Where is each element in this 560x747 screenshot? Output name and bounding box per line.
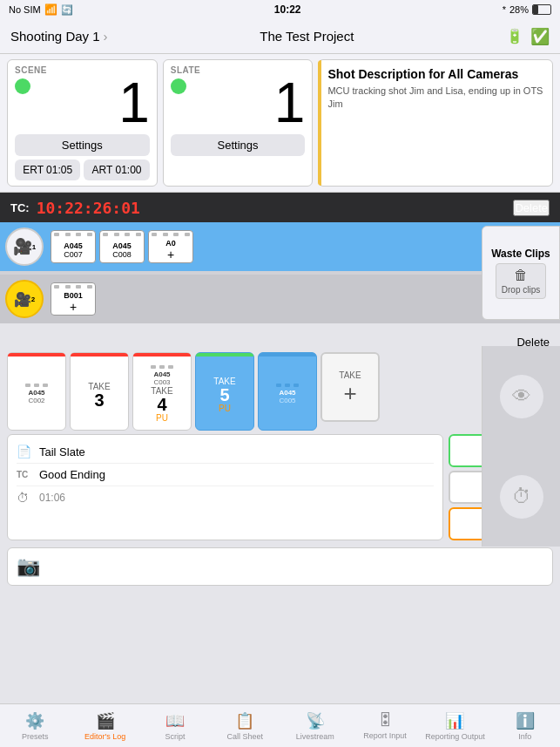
clip-card-a045c008[interactable]: A045 C008 (99, 230, 145, 263)
status-bar: No SIM 📶 🔄 10:22 * 28% (0, 0, 560, 19)
ert-button[interactable]: ERT 01:05 (15, 160, 80, 180)
right-side-panel: 👁 ⏱ (482, 346, 560, 547)
header-right: 🔋 ✅ (506, 27, 550, 46)
script-label: Script (165, 732, 185, 741)
tail-slate-text: Tail Slate (39, 445, 434, 458)
info-row-tail-slate: 📄 Tail Slate (17, 440, 434, 464)
info-icon: ℹ️ (516, 711, 535, 730)
take4-pu: PU (156, 413, 168, 423)
drop-icon: 🗑 (514, 268, 528, 283)
clip-card-a0-add[interactable]: A0 + (148, 230, 193, 263)
project-name: The Test Project (260, 29, 354, 44)
livestream-label: Livestream (296, 732, 334, 741)
camera1-icon[interactable]: 🎥1 (5, 227, 44, 266)
camera2-icon[interactable]: 🎥2 (5, 280, 44, 318)
timer-button[interactable]: ⏱ (500, 475, 543, 519)
script-icon: 📖 (165, 711, 185, 730)
battery-header-icon: 🔋 (506, 28, 523, 44)
nav-script[interactable]: 📖 Script (140, 704, 210, 747)
photo-camera-icon: 📷 (17, 555, 40, 578)
take-item-5-active[interactable]: TAKE 5 PU (195, 352, 254, 431)
cloud-sync-icon: ✅ (530, 27, 550, 46)
add-take-button[interactable]: TAKE + (320, 352, 380, 422)
info-time-value: 01:06 (39, 492, 65, 504)
nav-report-input[interactable]: 🎛 Report Input (350, 704, 420, 747)
editors-log-label: Editor's Log (84, 732, 125, 741)
clip-strip-2: B001 + (51, 282, 531, 316)
nav-info[interactable]: ℹ️ Info (490, 704, 560, 747)
call-sheet-icon: 📋 (235, 711, 254, 730)
chevron-right-icon: › (104, 29, 108, 44)
bottom-nav: ⚙️ Presets 🎬 Editor's Log 📖 Script 📋 Cal… (0, 703, 560, 747)
nav-reporting-output[interactable]: 📊 Reporting Output (420, 704, 489, 747)
take-item-4[interactable]: A045 C003 TAKE 4 PU (132, 352, 192, 431)
nav-livestream[interactable]: 📡 Livestream (280, 704, 350, 747)
shot-description: Shot Description for All Cameras MCU tra… (318, 59, 553, 187)
clip-card-b001[interactable]: B001 + (51, 282, 96, 316)
take5-number: 5 (219, 386, 229, 404)
scene-slate-area: SCENE 1 Settings ERT 01:05 ART 01:00 SLA… (0, 54, 560, 193)
info-rating-area: 📄 Tail Slate TC Good Ending ⏱ 01:06 P NP… (0, 431, 560, 544)
editors-log-icon: 🎬 (96, 711, 115, 730)
info-row-time: ⏱ 01:06 (17, 486, 434, 509)
waste-clips-label: Waste Clips (491, 248, 550, 260)
report-input-label: Report Input (363, 731, 407, 740)
battery-icon-area (532, 4, 551, 15)
livestream-icon: 📡 (306, 711, 325, 730)
shot-text: MCU tracking shot Jim and Lisa, ending u… (327, 85, 543, 112)
refresh-icon: 🔄 (61, 4, 73, 16)
waste-clips-panel: Waste Clips 🗑 Drop clips (482, 226, 560, 320)
lower-section: Delete A045 C002 TAKE 3 A045 C003 TAKE 4… (0, 332, 560, 586)
scene-box: SCENE 1 Settings ERT 01:05 ART 01:00 (7, 59, 158, 187)
reporting-output-icon: 📊 (445, 711, 464, 730)
take3-label: TAKE (88, 382, 110, 391)
nav-editors-log[interactable]: 🎬 Editor's Log (70, 704, 139, 747)
camera-tracks-container: 🎥1 A045 C007 A045 C008 A0 + ≡ 🎥2 (0, 222, 560, 323)
status-right: * 28% (503, 4, 551, 15)
tc-value: 10:22:26:01 (37, 199, 140, 217)
status-left: No SIM 📶 🔄 (9, 3, 73, 16)
bluetooth-icon: * (503, 4, 506, 15)
photo-area: 📷 (7, 547, 553, 586)
take-red-bar-1 (8, 353, 65, 357)
tc-bar: TC: 10:22:26:01 Delete (0, 193, 560, 222)
tc-delete-button[interactable]: Delete (513, 200, 550, 216)
presets-label: Presets (22, 732, 49, 741)
take-green-bar (196, 353, 253, 357)
takes-strip: A045 C002 TAKE 3 A045 C003 TAKE 4 PU TAK… (0, 352, 560, 431)
take-item-a045c005[interactable]: A045 C005 (258, 352, 317, 431)
clip-strip-1: A045 C007 A045 C008 A0 + (51, 230, 531, 263)
clip-card-a045c007[interactable]: A045 C007 (51, 230, 96, 263)
eye-button[interactable]: 👁 (500, 375, 543, 418)
timer-icon: ⏱ (17, 491, 39, 505)
slate-settings-button[interactable]: Settings (171, 134, 306, 156)
drop-clips-button[interactable]: 🗑 Drop clips (496, 263, 546, 299)
art-button[interactable]: ART 01:00 (84, 160, 149, 180)
call-sheet-label: Call Sheet (227, 732, 264, 741)
take-item-3[interactable]: TAKE 3 (70, 352, 129, 431)
take-add-label: TAKE (339, 370, 361, 380)
nav-call-sheet[interactable]: 📋 Call Sheet (210, 704, 280, 747)
take3-number: 3 (94, 391, 104, 409)
good-ending-text: Good Ending (39, 468, 434, 481)
slate-number: 1 (274, 75, 306, 131)
tc-icon: TC (17, 470, 39, 479)
take-item-a045c002[interactable]: A045 C002 (7, 352, 66, 431)
shooting-day-label: Shooting Day 1 (10, 29, 100, 44)
take4-number: 4 (157, 396, 166, 413)
reporting-output-label: Reporting Output (425, 732, 485, 741)
lower-delete-bar: Delete (0, 332, 560, 352)
drop-clips-label: Drop clips (502, 285, 540, 295)
tc-label: TC: (10, 201, 30, 214)
scene-settings-button[interactable]: Settings (15, 134, 150, 156)
carrier-label: No SIM (9, 4, 41, 15)
scene-green-dot (15, 78, 30, 94)
header: Shooting Day 1 › The Test Project 🔋 ✅ (0, 19, 560, 54)
shooting-day-nav[interactable]: Shooting Day 1 › (10, 29, 108, 44)
take5-pu: PU (219, 404, 231, 413)
time-label: 10:22 (274, 3, 301, 16)
nav-presets[interactable]: ⚙️ Presets (0, 704, 70, 747)
slate-box: SLATE 1 Settings (163, 59, 314, 187)
document-icon: 📄 (17, 445, 39, 458)
wifi-icon: 📶 (44, 3, 57, 16)
